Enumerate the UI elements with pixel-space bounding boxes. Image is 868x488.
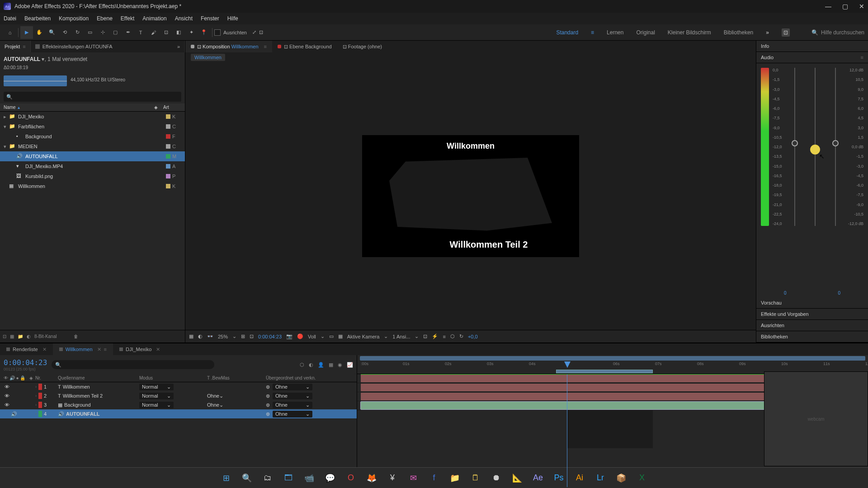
audio-slider-left[interactable]: [786, 68, 804, 226]
selection-tool[interactable]: ▶: [20, 26, 33, 39]
workspace-original[interactable]: Original: [636, 29, 655, 36]
menu-effekt[interactable]: Effekt: [121, 15, 134, 22]
eraser-tool[interactable]: ◧: [172, 26, 185, 39]
views-dropdown[interactable]: 1 Ansi...: [392, 334, 410, 339]
taskbar-item[interactable]: 🔍: [239, 470, 255, 486]
workspace-overflow-icon[interactable]: »: [766, 29, 769, 36]
shy-icon[interactable]: 👤: [318, 362, 324, 368]
taskbar-item[interactable]: 🗂: [259, 470, 276, 486]
fast-preview-icon[interactable]: ⚡: [432, 333, 438, 339]
taskbar-item[interactable]: ¥: [384, 470, 401, 486]
alpha-toggle-icon[interactable]: ◐: [198, 333, 203, 339]
audio-slider-right[interactable]: [826, 68, 844, 226]
channel-icon[interactable]: 🔴: [297, 333, 303, 339]
taskbar-item[interactable]: 📹: [301, 470, 317, 486]
taskbar-item[interactable]: X: [634, 470, 650, 486]
audio-slider-master[interactable]: [806, 68, 824, 226]
project-item[interactable]: 🖼 Kursbild.png P: [0, 171, 185, 181]
panel-vorschau[interactable]: Vorschau: [756, 297, 868, 309]
text-tool[interactable]: T: [134, 26, 147, 39]
audio-value-r[interactable]: 0: [838, 291, 840, 296]
menu-bearbeiten[interactable]: Bearbeiten: [24, 15, 51, 22]
taskbar-item[interactable]: ⊞: [218, 470, 234, 486]
resolution-dropdown[interactable]: Voll: [308, 334, 316, 339]
workspace-bibliotheken[interactable]: Bibliotheken: [724, 29, 753, 36]
flowchart-icon[interactable]: ⬡: [450, 333, 455, 339]
snap-icon[interactable]: ⤢: [252, 29, 256, 35]
panel-ausrichten[interactable]: Ausrichten: [756, 320, 868, 331]
comp-mini-flowchart-icon[interactable]: ⬡: [300, 362, 304, 368]
snap-icon-2[interactable]: ⊡: [259, 29, 263, 35]
taskbar-item[interactable]: 🗔: [280, 470, 297, 486]
region-icon[interactable]: ▭: [329, 333, 334, 339]
exposure-value[interactable]: +0,0: [468, 334, 478, 339]
menu-animation[interactable]: Animation: [142, 15, 166, 22]
new-comp-icon[interactable]: ▦: [10, 334, 14, 339]
shape-tool[interactable]: ▢: [109, 26, 122, 39]
taskbar-item[interactable]: ⏺: [488, 470, 505, 486]
tab-effect-controls[interactable]: Effekteinstellungen AUTOUNFA »: [31, 41, 185, 52]
draft3d-icon[interactable]: ◐: [309, 362, 313, 368]
timeline-icon[interactable]: ≡: [443, 334, 445, 339]
timeline-search-input[interactable]: 🔍: [52, 360, 214, 369]
menu-komposition[interactable]: Komposition: [59, 15, 89, 22]
timeline-layer[interactable]: 🔊 ›4 🔊AUTOUNFALL ⊚Ohne⌄: [0, 409, 357, 418]
reset-exposure-icon[interactable]: ↻: [459, 333, 463, 339]
transparency-icon[interactable]: ▦: [338, 333, 343, 339]
workspace-menu-icon[interactable]: ≡: [591, 29, 594, 36]
viewer-timecode[interactable]: 0:00:04:23: [258, 334, 282, 339]
project-item[interactable]: 🔊 AUTOUNFALL M: [0, 151, 185, 161]
puppet-tool[interactable]: 📍: [198, 26, 210, 39]
timeline-tab[interactable]: Renderliste✕: [0, 343, 53, 355]
snapshot-icon[interactable]: 📷: [286, 333, 292, 339]
taskbar-item[interactable]: Ae: [530, 470, 546, 486]
taskbar-item[interactable]: O: [343, 470, 359, 486]
guides-icon[interactable]: ⊡: [250, 333, 254, 339]
trash-icon[interactable]: 🗑: [74, 334, 78, 339]
composition-viewer[interactable]: Willkommen Willkommen Teil 2: [185, 62, 756, 330]
minimize-button[interactable]: —: [825, 3, 831, 10]
taskbar-item[interactable]: 📐: [509, 470, 525, 486]
timeline-timecode[interactable]: 0:00:04:23: [4, 358, 47, 367]
zoom-dropdown[interactable]: 25%: [218, 334, 228, 339]
pixel-ratio-icon[interactable]: ⊡: [423, 333, 427, 339]
grid-icon[interactable]: ⊞: [241, 333, 245, 339]
taskbar-item[interactable]: Ai: [571, 470, 588, 486]
project-search-input[interactable]: 🔍: [4, 92, 181, 102]
taskbar-item[interactable]: 🦊: [363, 470, 380, 486]
anchor-tool[interactable]: ⊹: [96, 26, 109, 39]
taskbar-item[interactable]: Lr: [592, 470, 609, 486]
menu-ebene[interactable]: Ebene: [97, 15, 113, 22]
workspace-reset-icon[interactable]: ⊡: [782, 28, 790, 37]
panel-bibliotheken[interactable]: Bibliotheken: [756, 331, 868, 343]
comp-tab[interactable]: ⊡ Footage (ohne): [337, 41, 387, 52]
camera-tool[interactable]: ▭: [84, 26, 96, 39]
comp-tab[interactable]: ⊡ Komposition Willkommen ≡: [185, 41, 272, 52]
orbit-tool[interactable]: ⟲: [58, 26, 71, 39]
align-checkbox[interactable]: [214, 29, 221, 36]
project-item[interactable]: ▾ 📁 Farbflächen C: [0, 122, 185, 131]
project-item[interactable]: ▪ Background F: [0, 131, 185, 141]
graph-editor-icon[interactable]: 📈: [347, 362, 353, 368]
new-folder-icon[interactable]: 📁: [18, 334, 23, 339]
workspace-lernen[interactable]: Lernen: [607, 29, 623, 36]
zoom-tool[interactable]: 🔍: [46, 26, 58, 39]
project-item[interactable]: ▾ 📁 MEDIEN C: [0, 141, 185, 151]
menu-ansicht[interactable]: Ansicht: [175, 15, 193, 22]
timeline-layer[interactable]: 👁 ›2 TWillkommen Teil 2 Normal⌄ Ohne⌄ ⊚O…: [0, 391, 357, 400]
brush-tool[interactable]: 🖌: [147, 26, 160, 39]
pen-tool[interactable]: ✒: [122, 26, 134, 39]
taskbar-item[interactable]: Ps: [551, 470, 567, 486]
timeline-layer[interactable]: 👁 ›1 TWillkommen Normal⌄ ⊚Ohne⌄: [0, 382, 357, 391]
menu-fenster[interactable]: Fenster: [201, 15, 219, 22]
frame-blend-icon[interactable]: ▦: [329, 362, 333, 368]
interpret-icon[interactable]: ⊡: [3, 334, 6, 339]
taskbar-item[interactable]: ✉: [405, 470, 421, 486]
playhead-line[interactable]: [567, 374, 567, 487]
timeline-tab[interactable]: Willkommen✕≡: [53, 343, 113, 355]
workspace-kleiner[interactable]: Kleiner Bildschirm: [668, 29, 711, 36]
color-depth[interactable]: 8-Bit-Kanal: [34, 334, 57, 339]
project-item[interactable]: ▦ Willkommen K: [0, 181, 185, 191]
project-item[interactable]: ▸ 📁 DJI_Mexiko K: [0, 112, 185, 122]
audio-panel-header[interactable]: Audio≡: [756, 52, 868, 63]
